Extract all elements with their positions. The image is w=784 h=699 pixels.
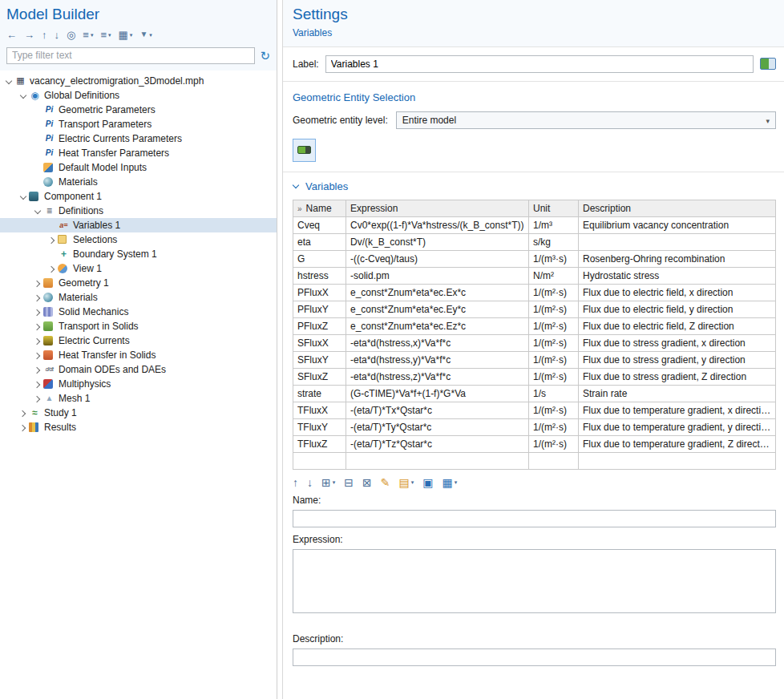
add-icon[interactable]: ⊞▾ bbox=[321, 477, 335, 488]
cell-name[interactable]: TFluxX bbox=[293, 402, 346, 418]
cell-name[interactable]: PFluxY bbox=[293, 301, 346, 317]
cell-expression[interactable]: e_const*Znum*eta*ec.Ez*c bbox=[346, 317, 529, 334]
cell-name[interactable]: TFluxY bbox=[293, 418, 346, 435]
panel-splitter[interactable] bbox=[277, 0, 283, 699]
tree-item[interactable]: Variables 1 bbox=[0, 218, 277, 232]
tree-item[interactable]: Component 1 bbox=[0, 189, 277, 204]
tree-chevron-icon[interactable] bbox=[47, 235, 58, 244]
back-icon[interactable]: ← bbox=[6, 30, 17, 40]
tree-item[interactable]: Heat Transfer Parameters bbox=[0, 146, 277, 160]
cell-description[interactable]: Flux due to stress gradient, y direction bbox=[579, 351, 776, 368]
cell-description[interactable]: Strain rate bbox=[579, 385, 776, 402]
cell-unit[interactable]: 1/(m²·s) bbox=[529, 435, 579, 452]
tree-chevron-icon[interactable] bbox=[33, 206, 43, 216]
tree-chevron-icon[interactable] bbox=[33, 350, 43, 360]
cell-unit[interactable]: 1/(m²·s) bbox=[529, 418, 579, 435]
tree-chevron-icon[interactable] bbox=[18, 192, 29, 201]
tree-chevron-icon[interactable] bbox=[33, 134, 43, 143]
tree-item[interactable]: Solid Mechanics bbox=[0, 305, 277, 319]
tree-chevron-icon[interactable] bbox=[18, 408, 29, 418]
cell-name[interactable]: TFluxZ bbox=[293, 435, 346, 452]
cell-expression[interactable]: -eta*d(hstress,y)*Va*f*c bbox=[346, 351, 529, 368]
cell-unit[interactable] bbox=[529, 452, 579, 469]
clear-icon[interactable]: ⊠ bbox=[362, 477, 372, 488]
expression-input[interactable] bbox=[293, 549, 776, 613]
tree-chevron-icon[interactable] bbox=[33, 394, 43, 403]
tree-chevron-icon[interactable] bbox=[33, 379, 43, 389]
tree-chevron-icon[interactable] bbox=[33, 365, 43, 374]
cell-description[interactable] bbox=[579, 233, 776, 250]
cell-unit[interactable]: 1/(m²·s) bbox=[529, 284, 579, 301]
expand-all-icon[interactable]: ≡▾ bbox=[100, 30, 111, 40]
tree-item[interactable]: Electric Currents bbox=[0, 333, 277, 348]
refresh-icon[interactable]: ↻ bbox=[260, 50, 270, 62]
cell-expression[interactable]: e_const*Znum*eta*ec.Ex*c bbox=[346, 284, 529, 301]
tree-item[interactable]: Materials bbox=[0, 290, 277, 305]
cell-unit[interactable]: 1/(m²·s) bbox=[529, 334, 579, 351]
cell-expression[interactable]: Cv0*exp((1-f)*Va*hstress/(k_B_const*T)) bbox=[346, 216, 529, 233]
tree-item[interactable]: Results bbox=[0, 420, 277, 434]
open-icon[interactable]: ▤▾ bbox=[398, 477, 414, 488]
cell-name[interactable]: strate bbox=[293, 385, 346, 402]
tree-item[interactable]: Mesh 1 bbox=[0, 391, 277, 406]
tree-chevron-icon[interactable] bbox=[47, 220, 58, 230]
tree-chevron-icon[interactable] bbox=[33, 336, 43, 345]
tree-item[interactable]: Definitions bbox=[0, 204, 277, 218]
tree-chevron-icon[interactable] bbox=[33, 148, 43, 158]
label-input[interactable] bbox=[325, 55, 754, 73]
cell-description[interactable]: Flux due to temperature gradient, x dire… bbox=[579, 402, 776, 418]
cell-unit[interactable]: 1/(m²·s) bbox=[529, 301, 579, 317]
cell-name[interactable]: Cveq bbox=[293, 216, 346, 233]
tree-chevron-icon[interactable] bbox=[33, 321, 43, 331]
filter-icon[interactable]: ▼▾ bbox=[139, 30, 152, 38]
cell-unit[interactable]: 1/m³ bbox=[529, 216, 579, 233]
cell-description[interactable]: Flux due to temperature gradient, Z dire… bbox=[579, 435, 776, 452]
cell-expression[interactable]: (G-cTIME)*Va*f+(1-f)*G*Va bbox=[346, 385, 529, 402]
cell-unit[interactable]: 1/(m²·s) bbox=[529, 351, 579, 368]
tree-chevron-icon[interactable] bbox=[33, 119, 43, 129]
save-icon[interactable]: ▣ bbox=[422, 477, 433, 488]
cell-name[interactable]: eta bbox=[293, 233, 346, 250]
tree-item[interactable]: Multiphysics bbox=[0, 377, 277, 391]
model-tree-nodes-icon[interactable]: ▦▾ bbox=[119, 30, 133, 40]
move-up-icon[interactable]: ↑ bbox=[293, 477, 298, 488]
cell-description[interactable]: Flux due to electric field, Z direction bbox=[579, 317, 776, 334]
cell-expression[interactable]: -eta*d(hstress,z)*Va*f*c bbox=[346, 368, 529, 385]
cell-expression[interactable]: Dv/(k_B_const*T) bbox=[346, 233, 529, 250]
cell-expression[interactable]: -solid.pm bbox=[346, 267, 529, 284]
tree-item[interactable]: Boundary System 1 bbox=[0, 247, 277, 261]
cell-expression[interactable]: -(eta/T)*Tz*Qstar*c bbox=[346, 435, 529, 452]
tree-chevron-icon[interactable] bbox=[4, 76, 14, 86]
cell-unit[interactable]: s/kg bbox=[529, 233, 579, 250]
cell-unit[interactable]: N/m² bbox=[529, 267, 579, 284]
move-up-icon[interactable]: ↑ bbox=[42, 30, 47, 40]
tree-item[interactable]: Transport Parameters bbox=[0, 117, 277, 131]
tree-item[interactable]: Geometric Parameters bbox=[0, 103, 277, 117]
cell-description[interactable]: Hydrostatic stress bbox=[579, 267, 776, 284]
tree-chevron-icon[interactable] bbox=[18, 422, 29, 432]
cell-unit[interactable]: 1/(m³·s) bbox=[529, 250, 579, 267]
show-icon[interactable]: ◎ bbox=[67, 30, 75, 40]
cell-name[interactable]: SFluxX bbox=[293, 334, 346, 351]
tree-item[interactable]: vacancy_electromigration_3Dmodel.mph bbox=[0, 74, 277, 88]
cell-expression[interactable]: e_const*Znum*eta*ec.Ey*c bbox=[346, 301, 529, 317]
cell-unit[interactable]: 1/(m²·s) bbox=[529, 368, 579, 385]
tree-item[interactable]: Default Model Inputs bbox=[0, 160, 277, 175]
cell-description[interactable]: Flux due to stress gradient, x direction bbox=[579, 334, 776, 351]
tree-chevron-icon[interactable] bbox=[33, 278, 43, 288]
tree-chevron-icon[interactable] bbox=[33, 105, 43, 115]
cell-unit[interactable]: 1/(m²·s) bbox=[529, 317, 579, 334]
remove-icon[interactable]: ⊟ bbox=[344, 477, 354, 488]
cell-description[interactable]: Flux due to electric field, x direction bbox=[579, 284, 776, 301]
description-input[interactable] bbox=[293, 648, 776, 666]
cell-description[interactable]: Equilibrium vacancy concentration bbox=[579, 216, 776, 233]
cell-expression[interactable]: -eta*d(hstress,x)*Va*f*c bbox=[346, 334, 529, 351]
cell-name[interactable]: SFluxZ bbox=[293, 368, 346, 385]
tree-chevron-icon[interactable] bbox=[47, 264, 58, 273]
cell-unit[interactable]: 1/(m²·s) bbox=[529, 402, 579, 418]
active-selection-toggle[interactable] bbox=[293, 139, 316, 162]
cell-name[interactable]: SFluxY bbox=[293, 351, 346, 368]
tree-chevron-icon[interactable] bbox=[47, 249, 58, 259]
tree-item[interactable]: Global Definitions bbox=[0, 88, 277, 103]
tree-item[interactable]: Electric Currents Parameters bbox=[0, 131, 277, 146]
